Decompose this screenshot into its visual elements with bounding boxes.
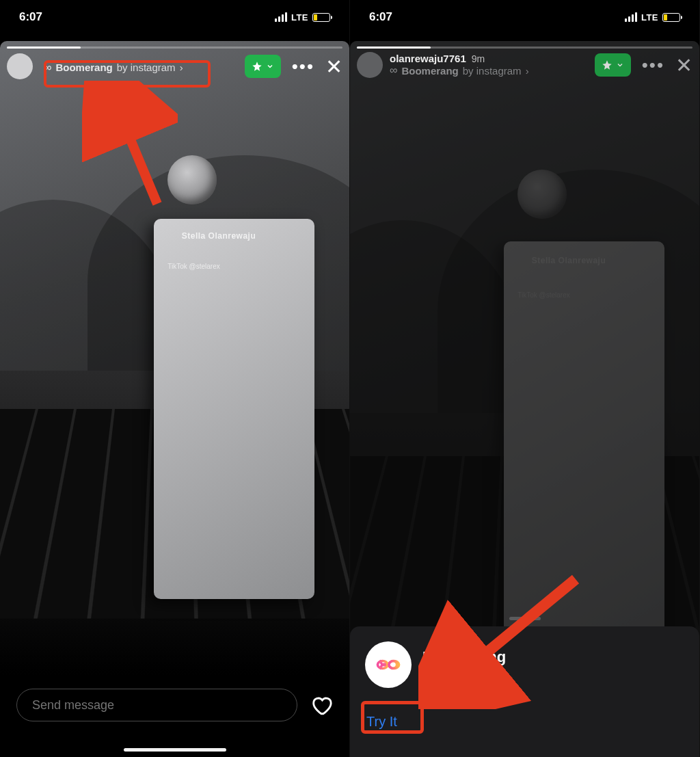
try-it-button[interactable]: Try It bbox=[365, 710, 399, 734]
signal-icon bbox=[625, 12, 637, 22]
status-right: LTE bbox=[275, 12, 330, 23]
effect-sheet-title: Boomerang bbox=[422, 648, 506, 666]
close-friends-badge[interactable] bbox=[595, 53, 631, 77]
close-button[interactable]: ✕ bbox=[675, 53, 692, 77]
battery-icon bbox=[662, 13, 680, 22]
ios-status-bar: 6:07 LTE bbox=[350, 0, 699, 34]
story-progress-fill bbox=[357, 47, 431, 49]
avatar[interactable] bbox=[7, 53, 33, 79]
battery-icon bbox=[312, 13, 330, 22]
story-header: 9m ∞ Boomerang by instagram › ••• ✕ bbox=[7, 53, 342, 79]
star-icon bbox=[602, 59, 612, 70]
screenshot-right: 6:07 LTE Stella Olanrewaju TikTok @stela… bbox=[350, 0, 700, 757]
story-photo: Stella Olanrewaju TikTok @stelarex bbox=[0, 41, 349, 675]
chevron-right-icon: › bbox=[526, 65, 529, 77]
effect-details-sheet[interactable]: Boomerang by Instagram Try It bbox=[350, 626, 699, 757]
status-time: 6:07 bbox=[369, 10, 392, 24]
effect-by: by instagram bbox=[463, 65, 522, 77]
story-viewer[interactable]: Stella Olanrewaju TikTok @stelarex olanr… bbox=[350, 41, 699, 757]
infinity-icon bbox=[373, 650, 403, 680]
story-progress bbox=[357, 47, 692, 49]
effect-name: Boomerang bbox=[55, 62, 112, 73]
story-viewer[interactable]: Stella Olanrewaju TikTok @stelarex 9m ∞ … bbox=[0, 41, 349, 675]
home-indicator[interactable] bbox=[124, 748, 226, 752]
status-right: LTE bbox=[625, 12, 680, 23]
network-label: LTE bbox=[291, 12, 308, 23]
infinity-icon: ∞ bbox=[44, 62, 51, 74]
network-label: LTE bbox=[641, 12, 658, 23]
chevron-right-icon: › bbox=[180, 62, 183, 73]
effect-sheet-subtitle: by Instagram bbox=[422, 667, 506, 681]
close-button[interactable]: ✕ bbox=[325, 55, 342, 79]
story-reply-bar bbox=[0, 675, 349, 757]
effect-by: by instagram bbox=[117, 62, 176, 73]
like-button[interactable] bbox=[310, 693, 333, 717]
effect-attribution[interactable]: ∞ Boomerang by instagram › bbox=[40, 59, 190, 77]
sheet-drag-handle[interactable] bbox=[509, 617, 541, 620]
ios-status-bar: 6:07 LTE bbox=[0, 0, 349, 34]
effect-app-icon bbox=[365, 641, 412, 688]
screenshot-left: 6:07 LTE Stella Olanrewaju TikTok @stela… bbox=[0, 0, 350, 757]
reply-input[interactable] bbox=[16, 689, 297, 721]
username[interactable]: olanrewaju7761 bbox=[390, 53, 466, 64]
close-friends-badge[interactable] bbox=[245, 55, 281, 78]
chevron-down-icon bbox=[266, 62, 274, 70]
infinity-icon: ∞ bbox=[390, 64, 397, 77]
effect-attribution[interactable]: ∞ Boomerang by instagram › bbox=[390, 64, 529, 77]
story-progress bbox=[7, 47, 342, 49]
signal-icon bbox=[275, 12, 287, 22]
story-timestamp: 9m bbox=[472, 53, 485, 64]
effect-name: Boomerang bbox=[401, 65, 458, 77]
avatar[interactable] bbox=[357, 52, 383, 78]
story-header: olanrewaju7761 9m ∞ Boomerang by instagr… bbox=[357, 52, 692, 78]
story-progress-fill bbox=[7, 47, 81, 49]
chevron-down-icon bbox=[616, 61, 624, 69]
star-icon bbox=[252, 61, 262, 72]
effect-sheet-header: Boomerang by Instagram bbox=[365, 641, 684, 688]
status-time: 6:07 bbox=[19, 10, 42, 24]
